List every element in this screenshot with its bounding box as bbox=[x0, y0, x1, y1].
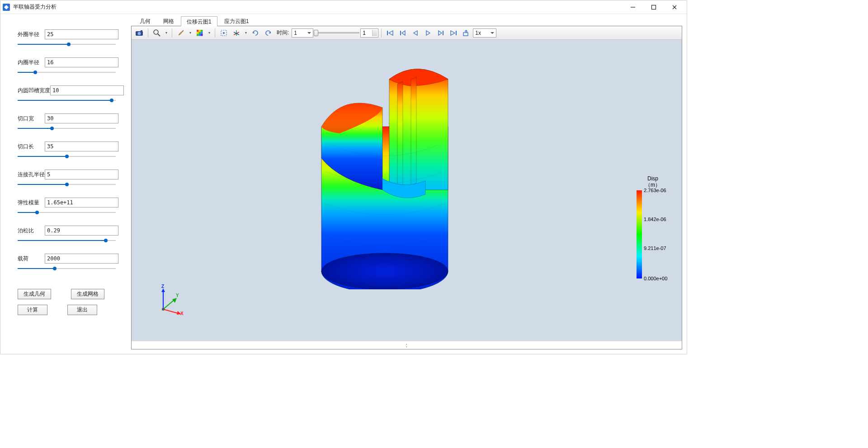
compute-button[interactable]: 计算 bbox=[18, 305, 47, 315]
tab-mesh[interactable]: 网格 bbox=[157, 16, 180, 26]
svg-rect-26 bbox=[443, 31, 443, 35]
load-slider[interactable] bbox=[18, 265, 116, 272]
time-select[interactable]: 1 bbox=[292, 28, 313, 38]
param-label: 载荷 bbox=[18, 255, 45, 263]
step-forward-icon[interactable] bbox=[435, 28, 447, 38]
inner-radius-input[interactable] bbox=[45, 57, 118, 67]
groove-width-input[interactable] bbox=[50, 85, 124, 95]
svg-rect-18 bbox=[201, 34, 203, 36]
param-label: 内圆凹槽宽度 bbox=[18, 87, 50, 94]
param-label: 泊松比 bbox=[18, 227, 45, 235]
time-label: 时间: bbox=[277, 29, 289, 37]
svg-line-31 bbox=[163, 309, 179, 314]
outer-radius-input[interactable] bbox=[45, 29, 118, 39]
rotate-cw-icon[interactable] bbox=[250, 28, 261, 38]
param-label: 外圈半径 bbox=[18, 31, 45, 38]
param-label: 切口宽 bbox=[18, 115, 45, 123]
cut-length-slider[interactable] bbox=[18, 153, 116, 160]
zoom-dropdown-icon[interactable]: ▾ bbox=[164, 31, 169, 35]
titlebar: 半联轴器受力分析 bbox=[0, 0, 687, 14]
view-frame: ▾ ▾ ▾ ▾ 时间: 1 1 bbox=[131, 26, 682, 349]
color-legend: Disp （m） 2.763e-06 1.842e-06 9.211e-07 0… bbox=[637, 175, 669, 278]
param-inner-radius: 内圈半径 bbox=[18, 57, 116, 75]
svg-rect-16 bbox=[197, 34, 199, 36]
status-footer: : bbox=[132, 341, 682, 349]
fit-view-icon[interactable] bbox=[218, 28, 230, 38]
legend-title-text: Disp bbox=[647, 175, 658, 182]
legend-tick: 1.842e-06 bbox=[644, 217, 666, 222]
axis-x-label: X bbox=[180, 311, 184, 316]
svg-rect-28 bbox=[463, 33, 468, 36]
param-hole-radius: 连接孔半径 bbox=[18, 170, 116, 188]
main-area: 几何 网格 位移云图1 应力云图1 ▾ ▾ ▾ bbox=[131, 16, 685, 352]
tab-stress-cloud[interactable]: 应力云图1 bbox=[218, 16, 255, 26]
inner-radius-slider[interactable] bbox=[18, 69, 116, 75]
svg-rect-10 bbox=[197, 30, 199, 32]
play-icon[interactable] bbox=[422, 28, 434, 38]
generate-mesh-button[interactable]: 生成网格 bbox=[71, 289, 104, 299]
cut-width-slider[interactable] bbox=[18, 125, 116, 132]
axis-dropdown-icon[interactable]: ▾ bbox=[243, 31, 249, 35]
hole-radius-input[interactable] bbox=[45, 170, 118, 179]
svg-rect-24 bbox=[387, 31, 388, 35]
svg-rect-7 bbox=[141, 30, 142, 32]
time-spinbox[interactable]: 1 bbox=[360, 28, 378, 38]
elastic-modulus-slider[interactable] bbox=[18, 209, 116, 216]
brush-icon[interactable] bbox=[175, 28, 187, 38]
param-outer-radius: 外圈半径 bbox=[18, 29, 116, 47]
param-poisson: 泊松比 bbox=[18, 226, 116, 244]
axis-z-label: Z bbox=[161, 284, 164, 289]
poisson-input[interactable] bbox=[45, 226, 118, 236]
param-label: 连接孔半径 bbox=[18, 171, 45, 179]
svg-rect-2 bbox=[652, 5, 656, 9]
minimize-button[interactable] bbox=[623, 0, 643, 14]
svg-rect-15 bbox=[201, 32, 203, 34]
hole-radius-slider[interactable] bbox=[18, 181, 116, 188]
poisson-slider[interactable] bbox=[18, 237, 116, 244]
param-label: 弹性模量 bbox=[18, 199, 45, 207]
param-cut-length: 切口长 bbox=[18, 141, 116, 160]
axis-y-label: Y bbox=[176, 293, 179, 298]
step-back-icon[interactable] bbox=[410, 28, 421, 38]
camera-icon[interactable] bbox=[133, 28, 145, 38]
go-first-icon[interactable] bbox=[384, 28, 396, 38]
zoom-icon[interactable] bbox=[151, 28, 163, 38]
groove-width-slider[interactable] bbox=[18, 97, 116, 104]
legend-colorbar bbox=[637, 190, 642, 278]
colormap-dropdown-icon[interactable]: ▾ bbox=[207, 31, 212, 35]
axis-icon[interactable] bbox=[231, 28, 242, 38]
legend-tick: 9.211e-07 bbox=[644, 245, 666, 251]
time-spin-value: 1 bbox=[363, 30, 366, 36]
param-label: 切口长 bbox=[18, 143, 45, 151]
load-input[interactable] bbox=[45, 254, 118, 264]
rotate-ccw-icon[interactable] bbox=[262, 28, 274, 38]
speed-select[interactable]: 1x bbox=[473, 28, 496, 38]
brush-dropdown-icon[interactable]: ▾ bbox=[188, 31, 193, 35]
go-last-icon[interactable] bbox=[448, 28, 459, 38]
close-button[interactable] bbox=[664, 0, 685, 14]
time-slider[interactable] bbox=[314, 28, 359, 38]
parameter-panel: 外圈半径 内圈半径 内圆凹槽宽度 bbox=[2, 16, 131, 352]
time-select-value: 1 bbox=[294, 30, 297, 36]
colormap-icon[interactable] bbox=[194, 28, 206, 38]
orientation-triad: Z Y X bbox=[155, 286, 187, 317]
prev-frame-icon[interactable] bbox=[397, 28, 409, 38]
svg-point-20 bbox=[223, 32, 225, 34]
svg-rect-11 bbox=[199, 30, 201, 32]
elastic-modulus-input[interactable] bbox=[45, 198, 118, 207]
tab-geometry[interactable]: 几何 bbox=[134, 16, 156, 26]
generate-geometry-button[interactable]: 生成几何 bbox=[18, 289, 51, 299]
legend-ticks: 2.763e-06 1.842e-06 9.211e-07 0.000e+00 bbox=[642, 190, 669, 278]
maximize-button[interactable] bbox=[643, 0, 664, 14]
speed-select-value: 1x bbox=[475, 30, 481, 36]
app-icon bbox=[2, 3, 10, 11]
exit-button[interactable]: 退出 bbox=[67, 305, 97, 315]
3d-viewport[interactable]: Z Y X Disp （m） 2.763e-06 bbox=[132, 40, 682, 341]
cut-width-input[interactable] bbox=[45, 113, 118, 123]
outer-radius-slider[interactable] bbox=[18, 41, 116, 47]
export-icon[interactable] bbox=[460, 28, 472, 38]
tab-displacement-cloud[interactable]: 位移云图1 bbox=[181, 16, 217, 26]
param-cut-width: 切口宽 bbox=[18, 113, 116, 132]
cut-length-input[interactable] bbox=[45, 141, 118, 151]
svg-point-6 bbox=[138, 32, 141, 35]
